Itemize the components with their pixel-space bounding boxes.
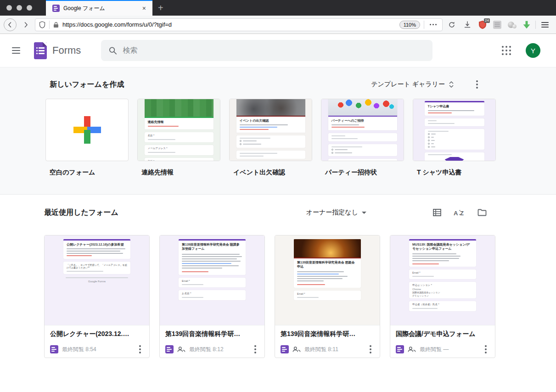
tshirt-image xyxy=(445,157,464,161)
thumb-form-title: Tシャツ申込書 xyxy=(428,105,481,109)
downloads-button[interactable] xyxy=(461,18,474,31)
url-text[interactable]: https://docs.google.com/forms/u/0/?tgif=… xyxy=(62,21,396,28)
list-view-icon[interactable] xyxy=(432,207,443,218)
thumb-form-title: 連絡先情報 xyxy=(148,120,210,124)
card-menu-icon[interactable] xyxy=(365,342,376,356)
form-thumbnail: 第139回音楽情報科学研究発表会 懇親会申込 Email * xyxy=(275,235,380,325)
card-menu-icon[interactable] xyxy=(250,342,261,356)
extension-icon-gray[interactable] xyxy=(491,19,503,31)
recent-forms-section: 最近使用したフォーム オーナー指定なし A Z xyxy=(0,195,556,392)
forward-button[interactable] xyxy=(19,18,32,31)
back-button[interactable] xyxy=(4,18,17,31)
template-section-menu-icon[interactable] xyxy=(472,78,483,91)
folder-icon[interactable] xyxy=(477,207,488,218)
form-title: 第139回音楽情報科学研… xyxy=(281,330,376,338)
template-header-image xyxy=(145,99,213,117)
thumb-form-title: 第139回音楽情報科学研究発表会 聴講参加登録フォーム xyxy=(182,243,242,251)
main-menu-icon[interactable] xyxy=(6,42,26,59)
forms-app-header: Forms Y xyxy=(0,34,556,67)
svg-text:Z: Z xyxy=(460,210,464,217)
page-zoom-indicator[interactable]: 110% xyxy=(399,21,420,29)
forms-file-icon xyxy=(165,345,174,353)
template-event-rsvp[interactable]: イベントの出欠確認 xyxy=(229,99,312,161)
browser-window: Google フォーム × + https://docs.google.com/… xyxy=(0,0,556,392)
search-icon xyxy=(108,46,117,55)
card-menu-icon[interactable] xyxy=(480,342,491,356)
download-helper-extension-icon[interactable] xyxy=(521,19,533,31)
owner-filter-label: オーナー指定なし xyxy=(306,208,358,217)
template-blank-form[interactable] xyxy=(45,99,129,161)
unfold-more-icon xyxy=(449,81,454,88)
close-window-button[interactable] xyxy=(6,5,12,11)
card-menu-icon[interactable] xyxy=(135,342,146,356)
firefox-menu-button[interactable] xyxy=(539,22,551,28)
shared-people-icon xyxy=(177,346,185,353)
tab-close-icon[interactable]: × xyxy=(140,4,148,12)
forms-file-icon xyxy=(396,345,404,353)
template-party-invite[interactable]: パーティーへのご招待 xyxy=(321,99,404,161)
recent-form-card[interactable]: MUS139: 国際会議既発表セッション/デモセッション申込フォーム Email… xyxy=(390,235,495,358)
template-gallery-label: テンプレート ギャラリー xyxy=(371,80,445,89)
thumb-form-title: 第139回音楽情報科学研究発表会 懇親会申込 xyxy=(297,261,358,269)
minimize-window-button[interactable] xyxy=(17,5,22,11)
shared-people-icon xyxy=(408,346,416,353)
plus-icon xyxy=(73,116,101,144)
google-apps-grid-icon[interactable] xyxy=(499,43,514,58)
template-section: 新しいフォームを作成 テンプレート ギャラリー 空白のフォーム xyxy=(0,67,556,195)
template-label: 空白のフォーム xyxy=(50,168,129,177)
browser-toolbar: https://docs.google.com/forms/u/0/?tgif=… xyxy=(0,16,556,34)
forms-logo-icon[interactable] xyxy=(34,42,47,59)
form-thumbnail: 公開レクチャー(2023.12.16)の参加希望 「ご氏名」、コンマで区切って、… xyxy=(45,235,149,325)
adblock-extension-icon[interactable]: 24 xyxy=(477,19,489,31)
template-label: パーティー招待状 xyxy=(325,168,404,177)
extension-icon-spheres[interactable] xyxy=(506,19,518,31)
recent-form-card[interactable]: 第139回音楽情報科学研究発表会 懇親会申込 Email * xyxy=(275,235,380,358)
owner-filter-dropdown[interactable]: オーナー指定なし xyxy=(305,206,367,219)
urlbar-divider2 xyxy=(424,21,424,29)
thumb-form-title: パーティーへのご招待 xyxy=(331,119,394,123)
reload-button[interactable] xyxy=(445,18,458,31)
maximize-window-button[interactable] xyxy=(27,5,32,11)
chevron-down-icon xyxy=(362,212,366,214)
window-controls xyxy=(0,0,46,16)
template-label: T シャツ申込書 xyxy=(417,168,496,177)
sort-az-icon[interactable]: A Z xyxy=(454,207,466,218)
template-gallery-button[interactable]: テンプレート ギャラリー xyxy=(369,78,456,91)
browser-tab[interactable]: Google フォーム × xyxy=(46,0,152,16)
template-contact-info[interactable]: 連絡先情報 名前 * メールアドレス * xyxy=(137,99,220,161)
template-label: 連絡先情報 xyxy=(141,168,220,177)
last-opened: 最終閲覧 8:12 xyxy=(189,346,224,353)
template-header-image xyxy=(236,99,305,116)
thumb-form-title: 公開レクチャー(2023.12.16)の参加希望 xyxy=(67,243,127,247)
template-section-title: 新しいフォームを作成 xyxy=(50,80,124,90)
tab-title: Google フォーム xyxy=(63,5,137,12)
forms-file-icon xyxy=(281,345,289,353)
template-label: イベント出欠確認 xyxy=(233,168,312,177)
google-forms-wordmark: Google Forms xyxy=(48,280,146,283)
url-bar[interactable]: https://docs.google.com/forms/u/0/?tgif=… xyxy=(35,18,443,31)
recent-form-card[interactable]: 第139回音楽情報科学研究発表会 聴講参加登録フォーム Email * xyxy=(159,235,265,358)
new-tab-button[interactable]: + xyxy=(152,0,169,16)
urlbar-divider xyxy=(49,21,50,29)
form-header-image xyxy=(294,239,361,258)
thumb-form-title: MUS139: 国際会議既発表セッション/デモセッション申込フォーム xyxy=(412,243,473,251)
template-header-image xyxy=(328,99,397,116)
titlebar: Google フォーム × + xyxy=(0,0,556,16)
form-title: 第139回音楽情報科学研… xyxy=(165,330,261,338)
google-forms-home: Forms Y 新しいフォームを作成 テンプレート ギャラリー xyxy=(0,34,556,392)
page-actions-icon[interactable] xyxy=(428,24,438,25)
forms-favicon xyxy=(52,5,60,12)
search-input[interactable] xyxy=(123,46,425,55)
lock-icon xyxy=(53,22,59,28)
template-tshirt-signup[interactable]: Tシャツ申込書 xyxy=(413,99,496,161)
account-avatar[interactable]: Y xyxy=(526,43,540,58)
last-opened: 最終閲覧 8:54 xyxy=(62,346,96,353)
tracking-protection-shield-icon[interactable] xyxy=(39,21,45,28)
last-opened: 最終閲覧 8:11 xyxy=(304,346,338,353)
app-name[interactable]: Forms xyxy=(52,45,81,56)
search-box[interactable] xyxy=(101,40,432,61)
forms-file-icon xyxy=(50,345,58,353)
form-title: 公開レクチャー(2023.12.… xyxy=(50,330,146,338)
recent-form-card[interactable]: 公開レクチャー(2023.12.16)の参加希望 「ご氏名」、コンマで区切って、… xyxy=(44,235,150,358)
form-thumbnail: MUS139: 国際会議既発表セッション/デモセッション申込フォーム Email… xyxy=(390,235,495,325)
